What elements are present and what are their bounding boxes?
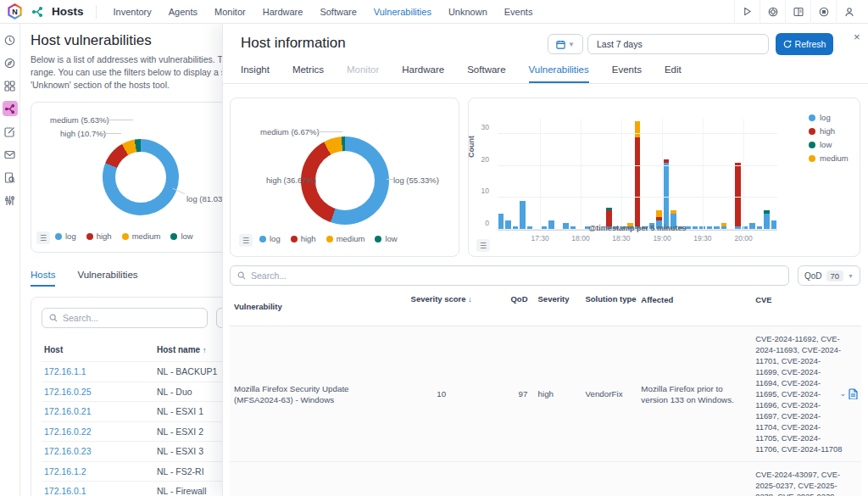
tab-events[interactable]: Events (612, 64, 642, 83)
legend-label: high (820, 126, 835, 136)
nav-item-unknown[interactable]: Unknown (440, 7, 496, 17)
time-range-input[interactable]: Last 7 days (587, 34, 769, 54)
legend-dot (259, 236, 266, 242)
legend-item-medium[interactable]: medium (326, 234, 365, 243)
tab-edit[interactable]: Edit (665, 64, 682, 83)
legend-item-medium[interactable]: medium (809, 153, 849, 163)
nav-item-inventory[interactable]: Inventory (105, 7, 160, 17)
record-icon[interactable] (810, 0, 836, 24)
col-vulnerability[interactable]: Vulnerability (230, 294, 391, 319)
panel-icon[interactable] (785, 0, 810, 24)
tab-vulnerabilities[interactable]: Vulnerabilities (529, 64, 589, 83)
vulnerability-search-input[interactable]: Search... (230, 265, 789, 286)
qod-filter-dropdown[interactable]: QoD 70 ▼ (798, 265, 860, 286)
user-icon[interactable] (836, 0, 861, 24)
legend-item-log[interactable]: log (809, 113, 849, 122)
play-icon[interactable] (734, 0, 760, 24)
date-picker-button[interactable]: ▼ (548, 34, 583, 54)
tab-monitor[interactable]: Monitor (347, 64, 379, 83)
host-ip-link[interactable]: 172.16.1.2 (44, 466, 157, 476)
overlay-charts-row: medium (6.67%) high (36.67%) log (55.33%… (230, 98, 860, 257)
lifering-icon[interactable] (760, 0, 785, 24)
host-ip-link[interactable]: 172.16.0.23 (44, 446, 157, 456)
edit-icon[interactable] (3, 124, 18, 139)
mail-icon[interactable] (3, 147, 18, 162)
close-icon[interactable]: × (854, 31, 860, 43)
y-tick-label: 20 (481, 155, 489, 164)
col-severity[interactable]: Severity (528, 294, 586, 319)
bar-stack (634, 121, 641, 230)
legend-item-high[interactable]: high (809, 126, 849, 136)
tab-hosts[interactable]: Hosts (31, 270, 55, 287)
compass-icon[interactable] (3, 55, 18, 70)
chart-menu-icon[interactable]: ☰ (36, 231, 50, 244)
legend-item-high[interactable]: high (86, 231, 112, 241)
grid-line (662, 119, 663, 230)
tab-software[interactable]: Software (467, 64, 505, 83)
nav-item-hardware[interactable]: Hardware (254, 7, 312, 17)
cve-list: CVE-2024-11692, CVE-2024-11693, CVE-2024… (755, 326, 844, 461)
hosts-tool-icon[interactable] (3, 101, 18, 116)
legend-label: medium (820, 153, 849, 163)
host-ip-link[interactable]: 172.16.0.25 (44, 387, 157, 397)
vulnerabilities-table: Vulnerability Severity score ↓ QoD Sever… (230, 294, 861, 496)
legend-item-log[interactable]: log (55, 231, 76, 241)
nav-item-vulnerabilities[interactable]: Vulnerabilities (365, 7, 440, 17)
col-host[interactable]: Host (44, 345, 157, 354)
col-cve[interactable]: CVE (755, 294, 844, 319)
host-ip-link[interactable]: 172.16.0.21 (44, 406, 157, 416)
nav-item-monitor[interactable]: Monitor (206, 7, 254, 17)
chart-menu-icon[interactable]: ☰ (239, 234, 253, 247)
chart-menu-icon[interactable]: ☰ (476, 239, 490, 252)
refresh-button[interactable]: Refresh (776, 33, 833, 55)
severity-score: 10 (391, 389, 492, 398)
bar-chart-legend: loghighlowmedium (809, 113, 849, 163)
tab-vulnerabilities[interactable]: Vulnerabilities (77, 270, 137, 287)
tab-metrics[interactable]: Metrics (292, 64, 324, 83)
legend-label: log (270, 234, 281, 243)
host-ip-link[interactable]: 172.16.0.22 (44, 426, 157, 437)
bar-segment-medium (656, 210, 662, 217)
legend-label: medium (132, 231, 161, 241)
qod-value-badge: 70 (826, 270, 844, 281)
clock-icon[interactable] (3, 32, 18, 47)
nav-item-software[interactable]: Software (311, 7, 364, 17)
hosts-search-input[interactable]: Search... (42, 308, 208, 328)
donut-legend: loghighmediumlow (55, 231, 193, 241)
legend-dot (291, 236, 298, 242)
cve-list: CVE-2024-43097, CVE-2025-0237, CVE-2025-… (755, 462, 844, 496)
y-tick-label: 10 (481, 187, 489, 195)
y-tick-label: 0 (485, 219, 489, 227)
tab-insight[interactable]: Insight (241, 64, 270, 83)
legend-item-low[interactable]: low (170, 231, 192, 241)
legend-dot (122, 233, 129, 240)
legend-label: low (385, 234, 397, 243)
legend-item-log[interactable]: log (259, 234, 281, 243)
dashboard-icon[interactable] (3, 78, 18, 93)
legend-item-low[interactable]: low (809, 140, 849, 149)
nav-item-agents[interactable]: Agents (160, 7, 206, 17)
nav-item-events[interactable]: Events (496, 7, 542, 17)
timeline-bar-chart-card: Count 010203017:3018:0018:3019:0019:3020… (468, 98, 860, 257)
sliders-icon[interactable] (3, 192, 18, 208)
report-document-icon[interactable] (848, 388, 859, 399)
col-qod[interactable]: QoD (492, 294, 528, 319)
app-logo[interactable]: N (7, 3, 23, 20)
col-affected[interactable]: Affected (641, 294, 755, 319)
refresh-icon (783, 40, 792, 48)
cve-expand-icon[interactable]: ⌄ (839, 388, 846, 399)
search-document-icon[interactable] (3, 170, 18, 185)
affected-text: Mozilla Firefox prior to version 133 on … (641, 383, 755, 405)
host-ip-link[interactable]: 172.16.0.1 (44, 486, 157, 496)
host-ip-link[interactable]: 172.16.1.1 (44, 366, 157, 376)
col-severity-score[interactable]: Severity score ↓ (391, 294, 492, 319)
tab-hardware[interactable]: Hardware (402, 64, 444, 83)
legend-item-medium[interactable]: medium (122, 231, 161, 241)
col-solution-type[interactable]: Solution type (585, 294, 641, 319)
legend-label: low (181, 231, 192, 241)
legend-item-high[interactable]: high (291, 234, 316, 243)
section-title[interactable]: Hosts (52, 5, 84, 18)
table-row: Mozilla Firefox Security Update (mfsa_20… (230, 462, 861, 496)
legend-item-low[interactable]: low (375, 234, 397, 243)
grid-line (743, 119, 744, 230)
